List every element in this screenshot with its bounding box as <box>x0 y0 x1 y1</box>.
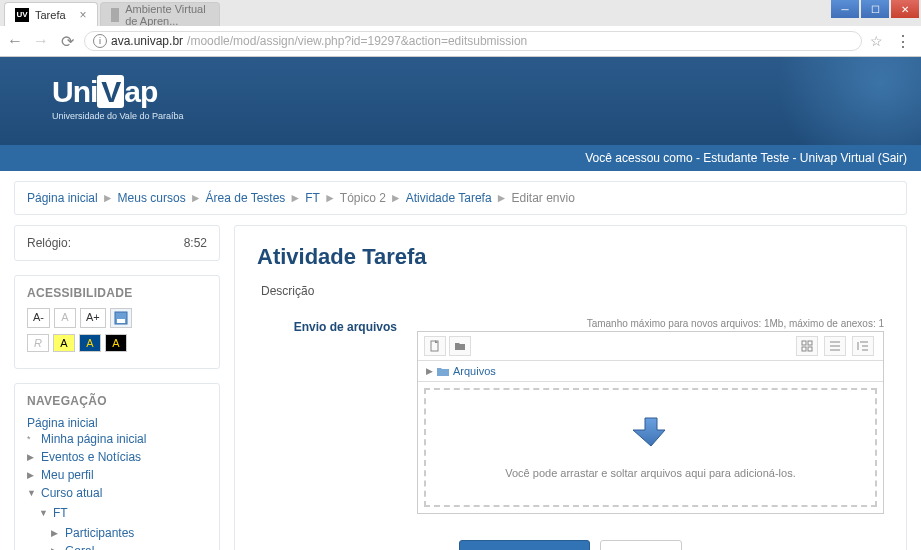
window-controls: ─ ☐ ✕ <box>831 0 921 18</box>
browser-chrome: UV Tarefa × Ambiente Virtual de Apren...… <box>0 0 921 57</box>
login-site-link[interactable]: Univap Virtual <box>800 151 874 165</box>
contrast-yellow-button[interactable]: A <box>53 334 75 352</box>
nav-forward-icon[interactable]: → <box>32 32 50 50</box>
chevron-right-icon[interactable]: ▶ <box>27 452 37 462</box>
svg-rect-12 <box>808 347 812 351</box>
login-info-bar: Você acessou como - Estudante Teste - Un… <box>0 145 921 171</box>
fm-add-file-button[interactable] <box>424 336 446 356</box>
browser-menu-icon[interactable]: ⋮ <box>891 32 915 51</box>
nav-home-link[interactable]: Página inicial <box>27 416 98 430</box>
upload-label: Envio de arquivos <box>257 318 397 514</box>
logo-subtitle: Universidade do Vale do Paraíba <box>52 111 921 121</box>
folder-icon <box>454 340 466 352</box>
font-default-button[interactable]: A <box>54 308 76 328</box>
site-logo[interactable]: UniVap Universidade do Vale do Paraíba <box>0 57 921 121</box>
site-banner: UniVap Universidade do Vale do Paraíba <box>0 57 921 145</box>
form-buttons: Salvar mudanças Cancelar <box>257 540 884 550</box>
nav-reload-icon[interactable]: ⟳ <box>58 32 76 51</box>
clock-label: Relógio: <box>27 236 71 250</box>
chevron-right-icon[interactable]: ▶ <box>27 470 37 480</box>
crumb-sep-icon: ► <box>390 191 402 205</box>
favicon-inactive-icon <box>111 8 120 22</box>
download-arrow-icon <box>633 416 669 448</box>
nav-item-profile[interactable]: Meu perfil <box>41 468 94 482</box>
crumb-sep-icon: ► <box>190 191 202 205</box>
clock-block: Relógio: 8:52 <box>14 225 220 261</box>
tree-icon <box>857 340 869 352</box>
svg-rect-9 <box>802 341 806 345</box>
svg-rect-11 <box>802 347 806 351</box>
crumb-area[interactable]: Área de Testes <box>206 191 286 205</box>
nav-item-mypage[interactable]: Minha página inicial <box>41 432 146 446</box>
login-prefix: Você acessou como - <box>585 151 703 165</box>
nav-general[interactable]: Geral <box>65 544 94 550</box>
chevron-down-icon[interactable]: ▼ <box>39 508 49 518</box>
contrast-blue-button[interactable]: A <box>79 334 101 352</box>
crumb-courses[interactable]: Meus cursos <box>118 191 186 205</box>
font-decrease-button[interactable]: A- <box>27 308 50 328</box>
chevron-down-icon[interactable]: ▼ <box>27 488 37 498</box>
accessibility-save-button[interactable] <box>110 308 132 328</box>
fm-view-list-button[interactable] <box>824 336 846 356</box>
window-close-button[interactable]: ✕ <box>891 0 919 18</box>
chevron-right-icon[interactable]: ▶ <box>51 546 61 550</box>
login-user-link[interactable]: Estudante Teste <box>703 151 789 165</box>
address-bar: ← → ⟳ i ava.univap.br/moodle/mod/assign/… <box>0 26 921 56</box>
sidebar: Relógio: 8:52 ACESSIBILIDADE A- A A+ R A <box>14 225 220 550</box>
site-info-icon[interactable]: i <box>93 34 107 48</box>
logo-cap: V <box>97 75 124 108</box>
list-icon <box>829 340 841 352</box>
nav-back-icon[interactable]: ← <box>6 32 24 50</box>
tab-bar: UV Tarefa × Ambiente Virtual de Apren...… <box>0 0 921 26</box>
nav-course-ft[interactable]: FT <box>53 506 68 520</box>
file-drop-zone[interactable]: Você pode arrastar e soltar arquivos aqu… <box>424 388 877 507</box>
crumb-sep-icon: ► <box>289 191 301 205</box>
svg-rect-1 <box>117 319 125 323</box>
bullet-icon: * <box>27 434 37 444</box>
drop-hint-text: Você pode arrastar e soltar arquivos aqu… <box>436 467 865 479</box>
grid-icon <box>801 340 813 352</box>
file-add-icon <box>429 340 441 352</box>
contrast-black-button[interactable]: A <box>105 334 127 352</box>
svg-rect-10 <box>808 341 812 345</box>
url-host: ava.univap.br <box>111 34 183 48</box>
fm-view-icons-button[interactable] <box>796 336 818 356</box>
crumb-sep-icon: ► <box>102 191 114 205</box>
crumb-home[interactable]: Página inicial <box>27 191 98 205</box>
login-sep: - <box>789 151 800 165</box>
bookmark-star-icon[interactable]: ☆ <box>870 33 883 49</box>
fm-view-tree-button[interactable] <box>852 336 874 356</box>
crumb-sep-icon: ► <box>324 191 336 205</box>
crumb-ft[interactable]: FT <box>305 191 320 205</box>
browser-tab-active[interactable]: UV Tarefa × <box>4 2 98 26</box>
window-maximize-button[interactable]: ☐ <box>861 0 889 18</box>
fm-toolbar <box>418 332 883 361</box>
crumb-topic: Tópico 2 <box>340 191 386 205</box>
fm-path[interactable]: ▶ Arquivos <box>418 361 883 382</box>
browser-tab-inactive[interactable]: Ambiente Virtual de Apren... <box>100 2 220 26</box>
url-input[interactable]: i ava.univap.br/moodle/mod/assign/view.p… <box>84 31 862 51</box>
navigation-title: NAVEGAÇÃO <box>27 394 207 408</box>
nav-item-events[interactable]: Eventos e Notícias <box>41 450 141 464</box>
logo-pre: Uni <box>52 75 97 108</box>
chevron-right-icon[interactable]: ▶ <box>51 528 61 538</box>
navigation-block: NAVEGAÇÃO Página inicial *Minha página i… <box>14 383 220 550</box>
crumb-activity[interactable]: Atividade Tarefa <box>406 191 492 205</box>
upload-size-hint: Tamanho máximo para novos arquivos: 1Mb,… <box>417 318 884 329</box>
nav-participants[interactable]: Participantes <box>65 526 134 540</box>
fm-add-folder-button[interactable] <box>449 336 471 356</box>
nav-item-course[interactable]: Curso atual <box>41 486 102 500</box>
logo-tail: ap <box>124 75 157 108</box>
folder-icon <box>437 366 449 376</box>
window-minimize-button[interactable]: ─ <box>831 0 859 18</box>
tab-close-icon[interactable]: × <box>80 8 87 22</box>
contrast-reset-button[interactable]: R <box>27 334 49 352</box>
clock-time: 8:52 <box>184 236 207 250</box>
save-button[interactable]: Salvar mudanças <box>459 540 589 550</box>
font-increase-button[interactable]: A+ <box>80 308 106 328</box>
logout-link[interactable]: (Sair) <box>874 151 907 165</box>
main-region: Atividade Tarefa Descrição Envio de arqu… <box>234 225 907 550</box>
favicon-icon: UV <box>15 8 29 22</box>
url-path: /moodle/mod/assign/view.php?id=19297&act… <box>187 34 527 48</box>
cancel-button[interactable]: Cancelar <box>600 540 682 550</box>
